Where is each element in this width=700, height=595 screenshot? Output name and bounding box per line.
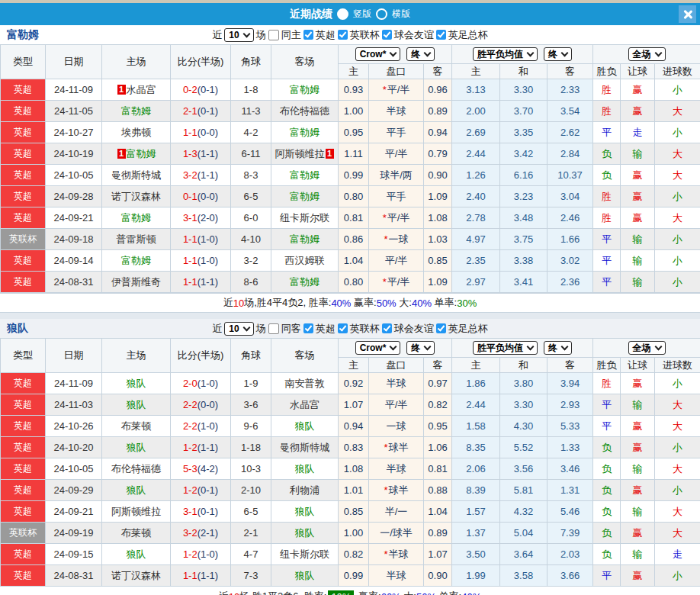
score-cell: 1-1(1-0)	[171, 229, 231, 250]
summary-segment: 近	[223, 296, 233, 310]
same-venue-checkbox[interactable]	[268, 30, 279, 40]
home-team[interactable]: 阿斯顿维拉	[102, 501, 171, 523]
handicap-text: 半/一	[385, 506, 408, 517]
odds-home: 0.80	[339, 186, 369, 207]
home-team[interactable]: 狼队	[102, 544, 171, 565]
away-team[interactable]: 西汉姆联	[271, 250, 339, 272]
avg-lose: 1.31	[547, 480, 593, 501]
subcol-handicap: 盘口	[369, 358, 424, 373]
away-team[interactable]: 狼队	[271, 523, 339, 544]
avg-win: 1.37	[452, 523, 500, 544]
home-team[interactable]: 富勒姆	[102, 101, 171, 122]
match-row: 英超24-11-03狼队2-2(0-0)3-6水晶宫1.07平/半0.822.4…	[1, 394, 700, 416]
home-team[interactable]: 狼队	[102, 373, 171, 394]
home-team[interactable]: 诺丁汉森林	[102, 186, 171, 207]
col-score: 比分(半场)	[171, 45, 231, 79]
home-team[interactable]: 富勒姆	[102, 207, 171, 229]
league-badge: 英超	[1, 165, 46, 186]
horizontal-radio[interactable]	[376, 8, 387, 20]
subcol-avg-draw: 和	[500, 64, 547, 79]
home-team[interactable]: 富勒姆	[102, 250, 171, 272]
league-badge: 英超	[1, 250, 46, 272]
away-team[interactable]: 阿斯顿维拉1	[271, 143, 339, 165]
col-corner: 角球	[231, 339, 271, 373]
away-team[interactable]: 富勒姆	[271, 122, 339, 143]
home-team[interactable]: 狼队	[102, 394, 171, 416]
away-team[interactable]: 富勒姆	[271, 229, 339, 250]
avg-draw: 3.58	[500, 565, 547, 587]
handicap-text: 半球	[387, 105, 406, 117]
avg-odds-select[interactable]: 胜平负均值	[473, 47, 538, 61]
horizontal-radio-label: 横版	[392, 8, 410, 21]
home-team[interactable]: 普雷斯顿	[102, 229, 171, 250]
league-checkbox-eflcup[interactable]	[338, 323, 348, 333]
away-team[interactable]: 布伦特福德	[271, 101, 339, 122]
corner-cell: 11-3	[231, 101, 271, 122]
odds-final-select[interactable]: 终	[406, 47, 435, 61]
home-team[interactable]: 布伦特福德	[102, 458, 171, 480]
home-team[interactable]: 1水晶宫	[102, 79, 171, 101]
star-mark: *	[383, 84, 387, 95]
matches-label: 场	[256, 28, 266, 42]
home-team[interactable]: 伊普斯维奇	[102, 272, 171, 293]
away-team[interactable]: 纽卡斯尔联	[271, 544, 339, 565]
away-team[interactable]: 利物浦	[271, 480, 339, 501]
league-checkbox-facup[interactable]	[436, 30, 446, 40]
match-date: 24-09-19	[46, 523, 102, 544]
league-checkbox-friendly[interactable]	[382, 323, 392, 333]
away-team[interactable]: 狼队	[271, 501, 339, 523]
home-team[interactable]: 诺丁汉森林	[102, 565, 171, 587]
avg-final-select[interactable]: 终	[544, 341, 572, 355]
same-venue-checkbox[interactable]	[268, 323, 279, 334]
home-team-name: 富勒姆	[127, 148, 156, 159]
away-team[interactable]: 狼队	[271, 416, 339, 437]
vertical-radio[interactable]	[337, 8, 348, 20]
home-team[interactable]: 曼彻斯特城	[102, 165, 171, 186]
odds-source-select[interactable]: Crow*	[355, 341, 401, 355]
away-team[interactable]: 纽卡斯尔联	[271, 207, 339, 229]
away-team[interactable]: 南安普敦	[271, 373, 339, 394]
handicap-text: 平/半	[385, 399, 408, 410]
odds-away: 1.04	[424, 501, 452, 523]
odds-final-select[interactable]: 终	[406, 341, 435, 355]
odds-away: 0.90	[424, 565, 452, 587]
away-team[interactable]: 富勒姆	[271, 165, 339, 186]
away-team[interactable]: 狼队	[271, 565, 339, 587]
home-team[interactable]: 布莱顿	[102, 523, 171, 544]
match-count-select[interactable]: 10	[224, 322, 253, 336]
col-type: 类型	[1, 339, 46, 373]
home-team[interactable]: 埃弗顿	[102, 122, 171, 143]
league-checkbox-eflcup[interactable]	[338, 30, 348, 40]
handicap-text: 半球	[389, 548, 409, 560]
league-checkbox-friendly[interactable]	[382, 30, 392, 40]
home-team-name: 阿斯顿维拉	[111, 506, 161, 517]
score-cell: 2-2(1-0)	[171, 416, 231, 437]
odds-source-select[interactable]: Crow*	[355, 47, 401, 61]
home-team[interactable]: 布莱顿	[102, 416, 171, 437]
result-handicap: 输	[621, 458, 655, 480]
home-team-name: 富勒姆	[121, 212, 151, 224]
subcol-goals-result: 进球数	[655, 358, 700, 373]
league-checkbox-epl[interactable]	[303, 323, 313, 333]
score-cell: 3-1(2-0)	[171, 207, 231, 229]
away-team[interactable]: 富勒姆	[271, 79, 339, 101]
away-team[interactable]: 富勒姆	[271, 272, 339, 293]
away-team[interactable]: 曼彻斯特城	[271, 437, 339, 458]
avg-final-select[interactable]: 终	[544, 47, 572, 61]
avg-win: 2.78	[452, 207, 500, 229]
match-count-select[interactable]: 10	[224, 28, 253, 42]
away-team[interactable]: 水晶宫	[271, 394, 339, 416]
scope-select[interactable]: 全场	[628, 47, 666, 61]
home-team[interactable]: 狼队	[102, 437, 171, 458]
away-team[interactable]: 富勒姆	[271, 186, 339, 207]
home-team[interactable]: 1富勒姆	[102, 143, 171, 165]
league-checkbox-epl[interactable]	[303, 30, 313, 40]
scope-select[interactable]: 全场	[628, 341, 666, 355]
league-checkbox-facup[interactable]	[436, 323, 446, 333]
away-team[interactable]: 狼队	[271, 458, 339, 480]
home-team[interactable]: 狼队	[102, 480, 171, 501]
close-button[interactable]	[679, 5, 696, 23]
odds-away: 0.82	[424, 394, 452, 416]
odds-handicap: *一球	[369, 229, 424, 250]
avg-odds-select[interactable]: 胜平负均值	[473, 341, 538, 355]
